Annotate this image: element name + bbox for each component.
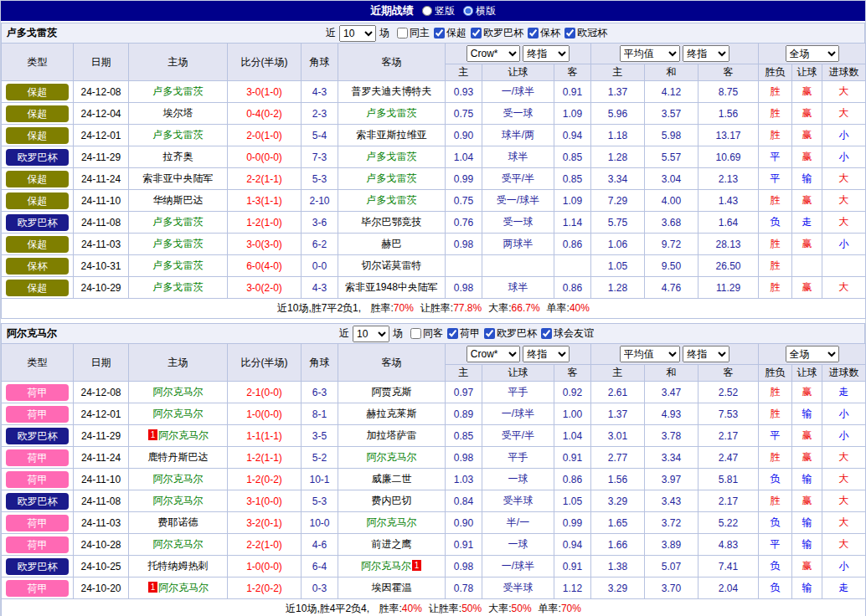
summary-stat: 大率:66.7% — [488, 302, 539, 314]
match-date: 24-11-10 — [74, 469, 129, 490]
odds-company-select[interactable]: Crow* — [467, 346, 520, 362]
handicap-odds-away: 0.85 — [554, 168, 591, 190]
opponent-team-name: 鹿特丹斯巴达 — [148, 451, 209, 463]
red-card-badge: 1 — [148, 429, 157, 440]
section-team-name: 阿尔克马尔 — [7, 326, 57, 341]
team-cell: 华纳斯巴达 — [129, 190, 228, 212]
avg-odds-home: 1.65 — [591, 512, 645, 534]
filter-option-欧冠杯[interactable]: 欧冠杯 — [560, 26, 607, 40]
filter-option-同客[interactable]: 同客 — [406, 326, 443, 341]
stat-label: 胜率: — [370, 302, 393, 314]
filter-checkbox[interactable] — [528, 28, 539, 38]
match-score: 3-1(0-0) — [228, 490, 302, 512]
filter-checkbox[interactable] — [410, 328, 421, 339]
filter-checkbox[interactable] — [434, 28, 445, 38]
layout-radio-vertical[interactable] — [422, 6, 432, 16]
odds-kind-select[interactable]: 终指 — [523, 346, 570, 362]
avg-odds-home: 1.37 — [591, 403, 645, 425]
handicap-odds-away: 1.05 — [554, 490, 591, 512]
result-outcome: 负 — [759, 556, 792, 578]
col-odds-away: 客 — [554, 64, 591, 81]
avg-odds-away: 1.56 — [698, 103, 759, 125]
avg-odds-away: 8.75 — [698, 81, 759, 103]
league-cell: 保超 — [2, 168, 74, 190]
match-count-select[interactable]: 10 — [339, 25, 376, 42]
filter-option-欧罗巴杯[interactable]: 欧罗巴杯 — [480, 326, 537, 341]
avg-select[interactable]: 平均值 — [620, 346, 680, 362]
avg-odds-home: 2.77 — [591, 447, 645, 469]
corner-score: 10-1 — [302, 469, 338, 490]
match-score: 0-4(0-2) — [228, 103, 302, 125]
filter-label: 欧罗巴杯 — [483, 26, 523, 40]
layout-option-horizontal[interactable]: 横版 — [463, 4, 496, 18]
section-team-name: 卢多戈雷茨 — [7, 26, 57, 40]
league-badge: 保超 — [6, 127, 69, 144]
filter-option-欧罗巴杯[interactable]: 欧罗巴杯 — [467, 26, 523, 40]
filter-option-保杯[interactable]: 保杯 — [523, 26, 560, 40]
handicap-odds-home: 0.84 — [446, 490, 482, 512]
filter-option-保超[interactable]: 保超 — [430, 26, 467, 40]
corner-score: 7-3 — [302, 146, 338, 168]
avg-odds-away: 28.13 — [698, 234, 759, 255]
layout-option-vertical[interactable]: 竖版 — [422, 4, 455, 18]
result-goals: 小 — [822, 556, 866, 578]
result-handicap: 赢 — [792, 447, 822, 469]
match-row: 荷甲24-11-24鹿特丹斯巴达1-2(1-1)5-2阿尔克马尔0.98平手0.… — [2, 447, 866, 469]
match-row: 欧罗巴杯24-11-29拉齐奥0-0(0-0)7-3卢多戈雷茨1.04球半0.8… — [2, 146, 866, 168]
col-avg-home: 主 — [591, 64, 645, 81]
filter-option-同主[interactable]: 同主 — [393, 26, 430, 40]
header-row-main: 类型 日期 主场 比分(半场) 角球 客场 Crow* 终指 — [2, 44, 866, 64]
filter-checkbox[interactable] — [471, 28, 482, 38]
filter-label: 欧罗巴杯 — [497, 326, 537, 341]
summary-stat: 单率:40% — [547, 302, 590, 314]
avg-select[interactable]: 平均值 — [620, 45, 680, 62]
league-cell: 保超 — [2, 125, 74, 146]
league-badge: 欧罗巴杯 — [6, 558, 69, 575]
focal-team-name: 卢多戈雷茨 — [153, 238, 204, 249]
league-cell: 欧罗巴杯 — [2, 556, 74, 578]
avg-odds-away: 2.17 — [698, 490, 759, 512]
result-goals: 大 — [822, 534, 866, 556]
filter-checkbox[interactable] — [447, 328, 458, 339]
col-handicap: 让球 — [482, 64, 554, 81]
odds-kind-select[interactable]: 终指 — [523, 45, 570, 62]
result-handicap: 输 — [792, 403, 822, 425]
filter-checkbox[interactable] — [484, 328, 495, 339]
avg-kind-select[interactable]: 终指 — [683, 45, 729, 62]
team-cell: 埃因霍温 — [338, 578, 446, 599]
scope-select[interactable]: 全场 — [786, 346, 839, 362]
scope-select[interactable]: 全场 — [786, 45, 839, 62]
league-badge: 保超 — [6, 105, 69, 122]
corner-score: 3-6 — [302, 212, 338, 234]
handicap-odds-home: 0.98 — [446, 447, 482, 469]
col-type: 类型 — [2, 344, 74, 382]
col-home: 主场 — [129, 344, 228, 382]
filter-option-荷甲[interactable]: 荷甲 — [443, 326, 480, 341]
opponent-team-name: 托特纳姆热刺 — [148, 560, 209, 572]
opponent-team-name: 切尔诺莫雷特 — [362, 259, 422, 271]
handicap-line: 一/球半 — [482, 81, 554, 103]
league-cell: 荷甲 — [2, 512, 74, 534]
page-title: 近期战绩 — [370, 3, 414, 18]
match-row: 荷甲24-12-08阿尔克马尔2-1(0-0)6-3阿贾克斯0.97平手0.92… — [2, 382, 866, 403]
filter-checkbox[interactable] — [564, 28, 575, 38]
handicap-odds-away: 0.92 — [554, 382, 591, 403]
league-badge: 保超 — [6, 192, 69, 209]
league-cell: 保超 — [2, 190, 74, 212]
filter-checkbox[interactable] — [397, 28, 408, 38]
filter-option-球会友谊[interactable]: 球会友谊 — [537, 326, 594, 341]
focal-team-name: 阿尔克马尔 — [153, 386, 204, 398]
summary-row: 近10场,胜4平2负4, 胜率:40%让胜率:50%大率:50%单率:70% — [2, 599, 866, 616]
avg-odds-draw: 5.57 — [645, 146, 698, 168]
odds-company-select[interactable]: Crow* — [467, 45, 520, 62]
layout-radio-horizontal[interactable] — [463, 6, 473, 16]
filter-checkbox[interactable] — [541, 328, 552, 339]
league-cell: 欧罗巴杯 — [2, 212, 74, 234]
opponent-team-name: 毕尔巴鄂竞技 — [362, 216, 422, 228]
col-avg-draw: 和 — [645, 365, 698, 382]
stat-value: 50% — [461, 603, 482, 614]
match-count-select[interactable]: 10 — [353, 326, 389, 342]
match-row: 保超24-11-24索非亚中央陆军2-2(1-1)5-3卢多戈雷茨0.99受平/… — [2, 168, 866, 190]
avg-kind-select[interactable]: 终指 — [683, 346, 729, 362]
opponent-team-name: 索非亚中央陆军 — [143, 172, 214, 184]
